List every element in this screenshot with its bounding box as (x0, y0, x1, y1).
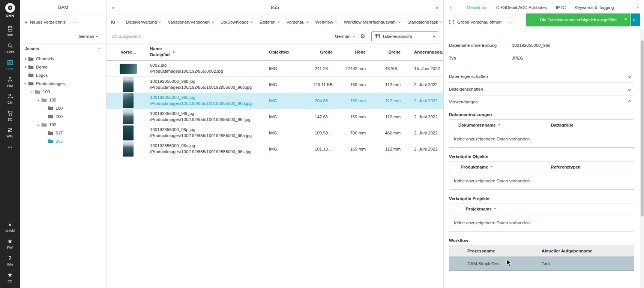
tree-item-logos[interactable]: Logos (20, 71, 106, 79)
section-verwendungen[interactable]: Verwendungen (449, 95, 634, 108)
section-datei-eigenschaften[interactable]: Datei-Eigenschaften (449, 70, 634, 82)
chevron-right-icon[interactable] (24, 66, 26, 68)
scrollbar-thumb[interactable] (641, 40, 644, 216)
tree-item-demo[interactable]: Demo (20, 63, 106, 71)
question-icon: ? (8, 255, 12, 261)
menu-vorschau[interactable]: Vorschau (287, 20, 308, 24)
nav-item-pim[interactable]: PIM (0, 73, 20, 90)
asset-thumbnail[interactable] (123, 77, 134, 92)
chevron-down-icon[interactable] (24, 82, 26, 85)
column-header-width[interactable]: Breite (366, 50, 401, 54)
details-more-button[interactable]: ⋯ (508, 19, 514, 25)
column-header-aufgabenname[interactable]: Aktueller Aufgabenname (542, 249, 634, 253)
asset-thumbnail[interactable] (123, 93, 134, 108)
chevron-down-icon[interactable] (31, 91, 33, 93)
selection-count: 1/6 ausgewählt (112, 34, 141, 39)
sidebar-more-button[interactable]: ⋯ (71, 19, 77, 25)
nav-item-unfold[interactable]: » Unfold (0, 218, 20, 235)
table-row[interactable]: 100192855000_96p.jpg/Productimages/100/1… (107, 125, 443, 141)
nav-item-hilfe[interactable]: ? Hilfe (0, 252, 20, 269)
column-header-prozessname[interactable]: Prozessname (449, 249, 542, 253)
chevron-down-icon[interactable] (37, 99, 39, 101)
table-language-select[interactable]: German (335, 34, 354, 39)
omn-logo[interactable]: OMN (5, 3, 15, 18)
asset-thumbnail[interactable] (123, 142, 134, 157)
open-rough-preview-button[interactable]: Grobe Vorschau öffnen (449, 19, 501, 25)
menu-up-downloads[interactable]: Up/Downloads (221, 20, 252, 24)
clipped-action-button[interactable]: n (631, 13, 640, 26)
asset-path: /Productimages/100/192/855/100192855000_… (150, 117, 269, 123)
nav-item-wfl[interactable]: WFL (0, 124, 20, 141)
tab-keywords-tagging[interactable]: Keywords & Tagging (575, 5, 614, 10)
table-row[interactable]: 0002.jpg/Productimages/100/192/855/0002.… (107, 61, 443, 77)
page-forward-icon[interactable]: » (435, 4, 438, 10)
tab-fsdetail-acc-attributes[interactable]: C.FSDetail.ACC.Attributes (496, 5, 547, 10)
nav-item-dam[interactable]: DAM (0, 57, 20, 73)
tree-item-productimages[interactable]: Productimages (20, 79, 106, 88)
menu-dateiverwaltung[interactable]: Dateiverwaltung (126, 20, 161, 24)
nav-more-button[interactable]: ⋯ (0, 141, 20, 153)
tree-item-192[interactable]: 192 (20, 121, 106, 129)
menu-standalonetask[interactable]: StandaloneTask (407, 20, 442, 24)
nav-item-fav[interactable]: ★ FAV (0, 235, 20, 252)
chevron-right-icon[interactable] (24, 58, 26, 60)
nav-item-dbd[interactable]: DBD (0, 23, 20, 40)
menu-workflow[interactable]: Workflow (315, 20, 337, 24)
center-menubar: KI Dateiverwaltung Variationen/Versionen… (107, 15, 443, 29)
close-icon[interactable]: × (624, 16, 627, 22)
chevron-up-icon (98, 48, 101, 50)
table-row[interactable]: 100192855000_96f.jpg/Productimages/100/1… (107, 109, 443, 125)
nav-item-cc[interactable]: ★ CC (0, 269, 20, 286)
language-value: German (78, 34, 94, 39)
nav-item-label: Suche (5, 50, 14, 54)
column-header-referenztypen[interactable]: Referenztypen (551, 165, 634, 169)
tabs-scroll-right-icon[interactable]: › (636, 4, 638, 10)
new-folder-button[interactable]: + Neues Verzeichnis (24, 20, 66, 24)
table-row[interactable]: 100192855000_96s.jpg/Productimages/100/1… (107, 141, 443, 157)
section-bildeigenschaften[interactable]: Bildeigenschaften (449, 82, 634, 95)
table-row-selected[interactable]: 100192855000_96d.jpg/Productimages/100/1… (107, 93, 443, 109)
nav-item-suche[interactable]: Suche (0, 40, 20, 57)
menu-ki[interactable]: KI (111, 20, 119, 24)
view-mode-select[interactable]: Tabellenansicht (371, 31, 438, 41)
column-header-dokumentenname[interactable]: Dokumentenname (449, 123, 551, 127)
tree-item-135[interactable]: 135 (20, 96, 106, 104)
tree-item-135-100[interactable]: 100 (20, 104, 106, 112)
assets-section-header[interactable]: Assets (20, 43, 106, 54)
page-back-icon[interactable]: « (112, 4, 115, 10)
column-header-produktname[interactable]: Produktname (449, 165, 551, 169)
asset-thumbnail[interactable] (123, 109, 134, 124)
column-header-modified[interactable]: Änderungsda... (401, 50, 443, 54)
tabs-scroll-left-icon[interactable]: ‹ (450, 4, 451, 10)
tree-item-100[interactable]: 100 (20, 88, 106, 96)
tree-item-200[interactable]: 200 (20, 112, 106, 121)
chevron-down-icon[interactable] (37, 124, 39, 126)
nav-item-label: PIM (7, 84, 13, 88)
gear-icon[interactable]: ⚙ (360, 33, 365, 40)
menu-editoren[interactable]: Editoren (260, 20, 279, 24)
asset-thumbnail[interactable] (120, 64, 137, 74)
current-folder-title: 855 (107, 4, 443, 10)
nav-item-cm[interactable]: CM (0, 90, 20, 107)
asset-thumbnail[interactable] (123, 125, 134, 140)
table-row[interactable]: 100192855000_96b.jpg/Productimages/100/1… (107, 77, 443, 93)
column-header-preview[interactable]: Vorsc... (107, 50, 150, 54)
asset-size: 101.13 ... (299, 147, 333, 151)
tree-item-channels[interactable]: Channels (20, 55, 106, 63)
column-header-type[interactable]: Objekttyp (269, 50, 299, 54)
menu-variationen-versionen[interactable]: Variationen/Versionen (168, 20, 213, 24)
tree-item-855[interactable]: 855 (20, 137, 106, 145)
column-header-dateigroesse[interactable]: Dateigröße (551, 123, 634, 127)
details-scrollbar[interactable] (640, 29, 644, 288)
tab-detailinfos[interactable]: Detailinfos (467, 5, 487, 10)
tab-iptc[interactable]: IPTC (556, 5, 566, 10)
column-header-size[interactable]: Größe (299, 50, 333, 54)
column-header-projektname[interactable]: Projektname (449, 207, 634, 211)
sidebar-language-select[interactable]: German (78, 34, 98, 39)
column-header-name[interactable]: Name Dateipfad 1 ↑ (150, 46, 269, 58)
tree-item-517[interactable]: 517 (20, 129, 106, 137)
column-header-height[interactable]: Höhe (333, 50, 366, 54)
workflow-row[interactable]: DAM-SimpleTest Task (449, 257, 634, 270)
menu-workflow-mehrfachauswahl[interactable]: Workflow Mehrfachauswahl (344, 20, 400, 24)
nav-item-sc[interactable]: SC (0, 107, 20, 124)
